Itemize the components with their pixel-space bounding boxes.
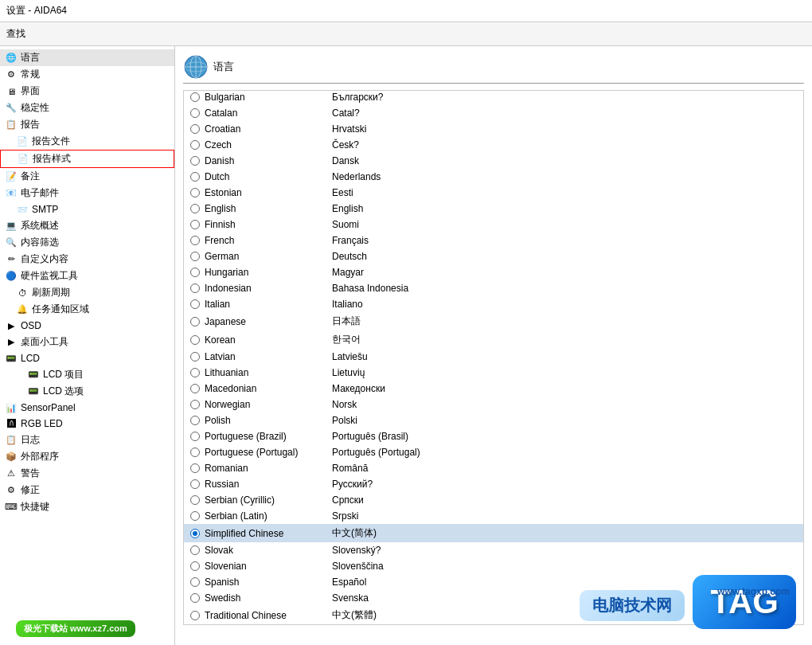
sidebar-item-report-file[interactable]: 📄报告文件 bbox=[0, 133, 174, 150]
language-item-portuguese-(portugal)[interactable]: Portuguese (Portugal)Português (Portugal… bbox=[184, 444, 803, 460]
sidebar-item-report[interactable]: 📋报告 bbox=[0, 116, 174, 133]
sidebar-item-hwmonitor[interactable]: 🔵硬件监视工具 bbox=[0, 268, 174, 284]
language-item-hungarian[interactable]: HungarianMagyar bbox=[184, 264, 803, 280]
language-item-finnish[interactable]: FinnishSuomi bbox=[184, 217, 803, 233]
radio-serbian-(latin)[interactable] bbox=[190, 511, 200, 521]
lang-native: Hrvatski bbox=[332, 123, 366, 135]
radio-slovak[interactable] bbox=[190, 545, 200, 555]
radio-simplified-chinese[interactable] bbox=[190, 529, 200, 538]
sidebar-item-lcd[interactable]: 📟LCD bbox=[0, 350, 174, 366]
language-item-romanian[interactable]: RomanianRomână bbox=[184, 460, 803, 476]
sidebar-item-shortcuts[interactable]: ⌨快捷键 bbox=[0, 498, 174, 515]
language-item-bulgarian[interactable]: BulgarianБългарски? bbox=[184, 90, 803, 105]
language-item-slovak[interactable]: SlovakSlovenský? bbox=[184, 542, 803, 558]
language-item-polish[interactable]: PolishPolski bbox=[184, 412, 803, 428]
radio-slovenian[interactable] bbox=[190, 561, 200, 571]
sidebar-item-report-format[interactable]: 📄报告样式 bbox=[0, 150, 174, 168]
language-item-italian[interactable]: ItalianItaliano bbox=[184, 296, 803, 312]
radio-french[interactable] bbox=[190, 236, 200, 245]
sidebar-item-osd[interactable]: ▶OSD bbox=[0, 318, 174, 334]
sidebar-item-lcd-item[interactable]: 📟LCD 项目 bbox=[0, 366, 174, 383]
sidebar-item-log[interactable]: 📋日志 bbox=[0, 432, 174, 448]
sidebar-item-refresh[interactable]: ⏱刷新周期 bbox=[0, 284, 174, 301]
radio-latvian[interactable] bbox=[190, 352, 200, 362]
radio-romanian[interactable] bbox=[190, 463, 200, 473]
radio-catalan[interactable] bbox=[190, 108, 200, 118]
language-item-estonian[interactable]: EstonianEesti bbox=[184, 185, 803, 201]
language-item-spanish[interactable]: SpanishEspañol bbox=[184, 574, 803, 590]
sidebar-item-correction[interactable]: ⚙修正 bbox=[0, 482, 174, 498]
radio-dutch[interactable] bbox=[190, 172, 200, 182]
radio-traditional-chinese[interactable] bbox=[190, 611, 200, 620]
language-item-croatian[interactable]: CroatianHrvatski bbox=[184, 121, 803, 137]
language-item-korean[interactable]: Korean한국어 bbox=[184, 330, 803, 349]
language-item-russian[interactable]: RussianРусский? bbox=[184, 476, 803, 492]
language-item-french[interactable]: FrenchFrançais bbox=[184, 233, 803, 248]
sidebar-item-email[interactable]: 📧电子邮件 bbox=[0, 185, 174, 201]
sidebar-item-ui[interactable]: 🖥界面 bbox=[0, 83, 174, 100]
sidebar-item-sensorpanel[interactable]: 📊SensorPanel bbox=[0, 400, 174, 416]
language-item-norwegian[interactable]: NorwegianNorsk bbox=[184, 397, 803, 412]
language-item-latvian[interactable]: LatvianLatviešu bbox=[184, 349, 803, 365]
radio-korean[interactable] bbox=[190, 335, 200, 345]
sidebar-item-smtp[interactable]: 📨SMTP bbox=[0, 201, 174, 217]
radio-german[interactable] bbox=[190, 252, 200, 261]
language-item-japanese[interactable]: Japanese日本語 bbox=[184, 312, 803, 330]
language-item-catalan[interactable]: CatalanCatal? bbox=[184, 105, 803, 121]
language-item-macedonian[interactable]: MacedonianМакедонски bbox=[184, 381, 803, 397]
language-item-traditional-chinese[interactable]: Traditional Chinese中文(繁體) bbox=[184, 606, 803, 624]
lang-name: Hungarian bbox=[205, 267, 332, 278]
radio-portuguese-(brazil)[interactable] bbox=[190, 432, 200, 441]
sidebar-item-desktop[interactable]: ▶桌面小工具 bbox=[0, 334, 174, 350]
language-item-english[interactable]: EnglishEnglish bbox=[184, 201, 803, 217]
radio-italian[interactable] bbox=[190, 299, 200, 309]
radio-croatian[interactable] bbox=[190, 124, 200, 134]
language-item-danish[interactable]: DanishDansk bbox=[184, 153, 803, 169]
language-item-swedish[interactable]: SwedishSvenska bbox=[184, 590, 803, 606]
language-item-serbian-(latin)[interactable]: Serbian (Latin)Srpski bbox=[184, 508, 803, 524]
sidebar-item-notes[interactable]: 📝备注 bbox=[0, 168, 174, 185]
sidebar-item-alert[interactable]: ⚠警告 bbox=[0, 465, 174, 482]
radio-danish[interactable] bbox=[190, 156, 200, 166]
language-item-lithuanian[interactable]: LithuanianLietuvių bbox=[184, 365, 803, 381]
language-item-indonesian[interactable]: IndonesianBahasa Indonesia bbox=[184, 280, 803, 296]
radio-english[interactable] bbox=[190, 204, 200, 213]
sidebar-item-lcd-option[interactable]: 📟LCD 选项 bbox=[0, 383, 174, 400]
sidebar-item-tasknotify[interactable]: 🔔任务通知区域 bbox=[0, 301, 174, 318]
sidebar-item-sysoverview[interactable]: 💻系统概述 bbox=[0, 217, 174, 234]
radio-bulgarian[interactable] bbox=[190, 92, 200, 102]
radio-estonian[interactable] bbox=[190, 188, 200, 197]
radio-swedish[interactable] bbox=[190, 593, 200, 603]
radio-serbian-(cyrillic)[interactable] bbox=[190, 495, 200, 505]
report-format-icon: 📄 bbox=[17, 153, 29, 166]
radio-russian[interactable] bbox=[190, 479, 200, 489]
language-item-simplified-chinese[interactable]: Simplified Chinese中文(简体) bbox=[184, 524, 803, 542]
content-icon: 🔍 bbox=[5, 236, 18, 249]
radio-hungarian[interactable] bbox=[190, 268, 200, 277]
sidebar-item-general[interactable]: ⚙常规 bbox=[0, 66, 174, 83]
sidebar-item-stability[interactable]: 🔧稳定性 bbox=[0, 100, 174, 116]
radio-japanese[interactable] bbox=[190, 317, 200, 326]
sidebar-item-rgbled[interactable]: 🅰RGB LED bbox=[0, 416, 174, 432]
radio-macedonian[interactable] bbox=[190, 384, 200, 393]
radio-indonesian[interactable] bbox=[190, 283, 200, 293]
radio-polish[interactable] bbox=[190, 416, 200, 425]
language-item-slovenian[interactable]: SlovenianSlovenščina bbox=[184, 558, 803, 574]
language-item-german[interactable]: GermanDeutsch bbox=[184, 248, 803, 264]
language-item-serbian-(cyrillic)[interactable]: Serbian (Cyrillic)Српски bbox=[184, 492, 803, 508]
radio-lithuanian[interactable] bbox=[190, 368, 200, 377]
language-item-dutch[interactable]: DutchNederlands bbox=[184, 169, 803, 185]
sidebar-item-language[interactable]: 🌐语言 bbox=[0, 49, 174, 66]
radio-norwegian[interactable] bbox=[190, 400, 200, 409]
language-item-czech[interactable]: CzechČesk? bbox=[184, 137, 803, 153]
language-list[interactable]: AlbanianShqipeArabicالعربيةBelarusianБел… bbox=[183, 90, 804, 625]
sidebar-item-custom[interactable]: ✏自定义内容 bbox=[0, 251, 174, 268]
radio-finnish[interactable] bbox=[190, 220, 200, 229]
lang-native: Nederlands bbox=[332, 171, 381, 182]
radio-portuguese-(portugal)[interactable] bbox=[190, 448, 200, 457]
language-item-portuguese-(brazil)[interactable]: Portuguese (Brazil)Português (Brasil) bbox=[184, 428, 803, 444]
radio-czech[interactable] bbox=[190, 140, 200, 150]
sidebar-item-content[interactable]: 🔍内容筛选 bbox=[0, 234, 174, 251]
radio-spanish[interactable] bbox=[190, 577, 200, 587]
sidebar-item-external[interactable]: 📦外部程序 bbox=[0, 448, 174, 465]
